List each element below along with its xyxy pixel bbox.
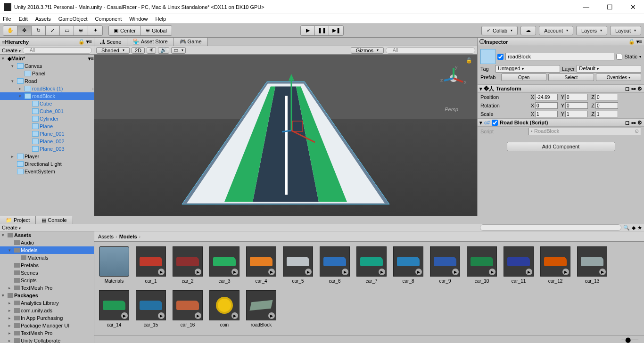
breadcrumb-segment[interactable]: Models xyxy=(119,234,137,239)
asset-coin[interactable]: ▶coin xyxy=(209,290,239,327)
project-tree-item[interactable]: ▸Unity Collaborate xyxy=(0,337,94,343)
project-tree-item[interactable]: Scenes xyxy=(0,269,94,277)
fx-dropdown[interactable]: ▭ xyxy=(171,47,186,54)
static-checkbox[interactable] xyxy=(616,54,622,60)
lighting-toggle[interactable]: ☀ xyxy=(147,47,156,54)
project-tree-item[interactable]: ▸Analytics Library xyxy=(0,299,94,307)
rotate-tool[interactable]: ↻ xyxy=(32,26,46,35)
rot-x-input[interactable] xyxy=(535,102,558,109)
pos-y-input[interactable] xyxy=(565,94,588,100)
minimize-button[interactable]: — xyxy=(579,3,593,11)
hierarchy-item[interactable]: ▾Road xyxy=(0,77,94,85)
asset-car_4[interactable]: ▶car_4 xyxy=(246,246,276,284)
menu-assets[interactable]: Assets xyxy=(35,16,51,22)
custom-tool[interactable]: ✦ xyxy=(88,26,102,35)
transform-component-header[interactable]: ▾ �人 Transform◻ ⫘ ⚙ xyxy=(478,84,644,93)
gameobject-name-input[interactable] xyxy=(505,53,614,60)
asset-car_5[interactable]: ▶car_5 xyxy=(283,246,313,284)
menu-file[interactable]: File xyxy=(3,16,11,22)
hierarchy-create-button[interactable]: Create xyxy=(2,48,21,53)
asset-car_13[interactable]: ▶car_13 xyxy=(577,246,607,284)
layer-dropdown[interactable]: Default xyxy=(577,65,641,73)
project-tree-item[interactable]: ▾Assets xyxy=(0,231,94,239)
2d-toggle[interactable]: 2D xyxy=(132,47,145,54)
asset-car_8[interactable]: ▶car_8 xyxy=(393,246,423,284)
shading-mode-dropdown[interactable]: Shaded xyxy=(96,47,130,54)
pivot-center-toggle[interactable]: ▣ Center xyxy=(109,26,141,35)
project-tree-item[interactable]: ▸com.unity.ads xyxy=(0,307,94,314)
prefab-select-button[interactable]: Select xyxy=(548,74,594,81)
scene-root[interactable]: ▾◆ Main*▾≡ xyxy=(0,55,94,62)
asset-car_6[interactable]: ▶car_6 xyxy=(320,246,350,284)
hand-tool[interactable]: ✋ xyxy=(3,26,17,35)
hierarchy-item[interactable]: Plane_001 xyxy=(0,130,94,138)
tab-console[interactable]: ▤ Console xyxy=(36,216,73,224)
move-tool[interactable]: ✥ xyxy=(17,26,32,35)
roadblock-script-header[interactable]: ▾ c# Road Block (Script)◻ ⫘ ⚙ xyxy=(478,118,644,127)
lock-icon[interactable]: 🔓 xyxy=(466,57,472,64)
hierarchy-item[interactable]: Plane_003 xyxy=(0,145,94,153)
add-component-button[interactable]: Add Component xyxy=(507,142,615,151)
scl-z-input[interactable] xyxy=(595,111,618,117)
project-tree-item[interactable]: ▸Package Manager UI xyxy=(0,322,94,329)
layout-dropdown[interactable]: Layout xyxy=(610,26,641,35)
asset-car_16[interactable]: ▶car_16 xyxy=(173,290,203,327)
audio-toggle[interactable]: 🔊 xyxy=(158,47,169,54)
project-tree-item[interactable]: Audio xyxy=(0,239,94,246)
menu-edit[interactable]: Edit xyxy=(19,16,28,22)
asset-car_12[interactable]: ▶car_12 xyxy=(540,246,570,284)
breadcrumb-segment[interactable]: Assets xyxy=(98,234,114,239)
prefab-overrides-button[interactable]: Overrides xyxy=(596,74,641,81)
cloud-button[interactable]: ☁ xyxy=(520,26,536,35)
asset-car_11[interactable]: ▶car_11 xyxy=(504,246,534,284)
project-tree-item[interactable]: ▸TextMesh Pro xyxy=(0,284,94,292)
hierarchy-item[interactable]: ▾roadBlock xyxy=(0,92,94,100)
tab-project[interactable]: 📁 Project xyxy=(0,216,36,224)
account-dropdown[interactable]: Account xyxy=(539,26,573,35)
hierarchy-item[interactable]: ▸Player xyxy=(0,153,94,160)
asset-car_1[interactable]: ▶car_1 xyxy=(136,246,166,284)
asset-car_10[interactable]: ▶car_10 xyxy=(467,246,497,284)
step-button[interactable]: ▶❚ xyxy=(329,26,343,35)
menu-window[interactable]: Window xyxy=(129,16,148,22)
project-create-button[interactable]: Create xyxy=(2,225,21,230)
project-tree-item[interactable]: Scripts xyxy=(0,277,94,284)
asset-car_2[interactable]: ▶car_2 xyxy=(173,246,203,284)
hierarchy-item[interactable]: Cube xyxy=(0,100,94,107)
asset-car_9[interactable]: ▶car_9 xyxy=(430,246,460,284)
favorite-icon[interactable]: ★ xyxy=(637,225,642,231)
scene-viewport[interactable]: y z x 🔓 Persp xyxy=(94,55,477,216)
thumbnail-size-slider[interactable]: ─⬤── xyxy=(94,335,644,343)
hierarchy-item[interactable]: EventSystem xyxy=(0,168,94,175)
prefab-open-button[interactable]: Open xyxy=(501,74,546,81)
menu-help[interactable]: Help xyxy=(155,16,166,22)
hierarchy-item[interactable]: Plane_002 xyxy=(0,138,94,145)
asset-car_7[interactable]: ▶car_7 xyxy=(356,246,387,284)
project-tree-item[interactable]: Prefabs xyxy=(0,261,94,269)
play-button[interactable]: ▶ xyxy=(301,26,315,35)
hierarchy-item[interactable]: ▾Canvas xyxy=(0,62,94,70)
transform-tool[interactable]: ⊕ xyxy=(74,26,88,35)
hierarchy-item[interactable]: Cylinder xyxy=(0,115,94,122)
project-tree-item[interactable]: ▾Models xyxy=(0,246,94,254)
scene-search-input[interactable]: All xyxy=(386,47,475,54)
pos-z-input[interactable] xyxy=(595,94,618,100)
rot-y-input[interactable] xyxy=(565,102,588,109)
scl-x-input[interactable] xyxy=(535,111,558,117)
hierarchy-item[interactable]: Directional Light xyxy=(0,160,94,168)
asset-car_15[interactable]: ▶car_15 xyxy=(136,290,166,327)
orientation-gizmo-icon[interactable]: y z x xyxy=(439,64,468,93)
collab-button[interactable]: ✓ Collab xyxy=(481,26,518,35)
project-search-input[interactable] xyxy=(480,224,621,231)
asset-roadBlock[interactable]: ▶roadBlock xyxy=(246,290,276,327)
asset-Materials[interactable]: Materials xyxy=(99,246,129,284)
close-button[interactable]: ✕ xyxy=(626,3,640,11)
project-tree-item[interactable]: ▸TextMesh Pro xyxy=(0,329,94,337)
active-checkbox[interactable] xyxy=(497,54,504,60)
hierarchy-item[interactable]: Cube_001 xyxy=(0,107,94,115)
asset-car_3[interactable]: ▶car_3 xyxy=(209,246,239,284)
scl-y-input[interactable] xyxy=(565,111,588,117)
project-tree-item[interactable]: Materials xyxy=(0,254,94,261)
pos-x-input[interactable] xyxy=(535,94,558,100)
maximize-button[interactable]: ☐ xyxy=(603,3,617,11)
